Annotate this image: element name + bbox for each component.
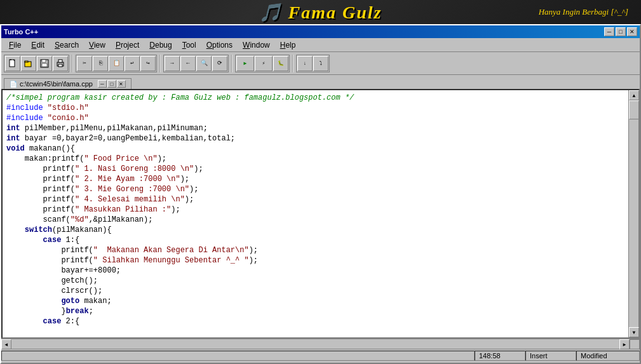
code-line: goto makan; xyxy=(6,296,624,306)
code-line: int pilMember,pilMenu,pilMakanan,pilMinu… xyxy=(6,123,624,133)
code-line: int bayar =0,bayar2=0,uangPembeli,kembal… xyxy=(6,133,624,144)
svg-rect-6 xyxy=(42,60,46,62)
svg-rect-9 xyxy=(58,60,62,62)
scroll-down-button[interactable]: ▼ xyxy=(629,327,639,337)
document-tab[interactable]: 📄 c:\tcwin45\bin\fama.cpp ─ □ ✕ xyxy=(4,78,132,89)
banner-title: 🎵 Fama Gulz xyxy=(259,2,382,23)
doc-minimize[interactable]: ─ xyxy=(98,80,107,88)
status-position: 148:58 xyxy=(475,351,525,361)
editor-area: /*simpel program kasir created by : Fama… xyxy=(1,89,640,339)
scroll-left-button[interactable]: ◄ xyxy=(1,339,11,349)
code-line: printf(" 1. Nasi Goreng :8000 \n"); xyxy=(6,164,624,174)
scroll-right-button[interactable]: ► xyxy=(619,339,630,349)
svg-rect-4 xyxy=(25,61,28,62)
titlebar-buttons: ─ □ ✕ xyxy=(604,27,637,36)
toolbar-outdent[interactable]: ← xyxy=(180,56,196,71)
code-line: /*simpel program kasir created by : Fama… xyxy=(6,93,624,103)
horizontal-scrollbar[interactable]: ◄ ► xyxy=(1,339,640,349)
toolbar-search[interactable]: 🔍 xyxy=(196,56,212,71)
toolbar-replace[interactable]: ⟳ xyxy=(212,56,227,71)
code-line: printf(" Makanan Akan Segera Di Antar\n"… xyxy=(6,245,624,255)
toolbar-save[interactable] xyxy=(37,56,52,71)
code-line: printf(" 2. Mie Ayam :7000 \n"); xyxy=(6,174,624,184)
doc-restore[interactable]: □ xyxy=(107,80,116,88)
toolbar-open[interactable] xyxy=(21,56,36,71)
code-line: printf(" 4. Selesai memilih \n"); xyxy=(6,194,624,205)
main-window: Turbo C++ ─ □ ✕ File Edit Search View Pr… xyxy=(0,24,641,364)
code-line: makan:printf(" Food Price \n"); xyxy=(6,154,624,164)
toolbar-cut[interactable]: ✂ xyxy=(77,56,92,71)
banner: 🎵 Fama Gulz Hanya Ingin Berbagi [^_^] xyxy=(0,0,641,24)
code-line: bayar+=+8000; xyxy=(6,266,624,276)
code-line: case 2:{ xyxy=(6,316,624,327)
toolbar-undo[interactable]: ↩ xyxy=(125,56,140,71)
toolbar-group-2: ✂ ⎘ 📋 ↩ ↪ xyxy=(76,55,157,72)
code-line: void makanan(){ xyxy=(6,144,624,154)
code-line: printf(" Masukkan Pilihan :"); xyxy=(6,205,624,215)
toolbar-copy[interactable]: ⎘ xyxy=(93,56,108,71)
doc-tab-bar: 📄 c:\tcwin45\bin\fama.cpp ─ □ ✕ xyxy=(1,75,640,89)
scroll-thumb[interactable] xyxy=(629,100,639,119)
menu-view[interactable]: View xyxy=(84,39,111,51)
window-title: Turbo C++ xyxy=(4,28,38,36)
code-editor[interactable]: /*simpel program kasir created by : Fama… xyxy=(3,90,628,337)
toolbar: ✂ ⎘ 📋 ↩ ↪ → ← 🔍 ⟳ ▶ ⚡ 🐛 ↓ ⤵ xyxy=(1,52,640,75)
doc-close[interactable]: ✕ xyxy=(117,80,126,88)
code-line: }break; xyxy=(6,306,624,316)
toolbar-over[interactable]: ⤵ xyxy=(313,56,328,71)
menu-help[interactable]: Help xyxy=(275,39,301,51)
titlebar: Turbo C++ ─ □ ✕ xyxy=(1,25,640,38)
toolbar-step[interactable]: ↓ xyxy=(297,56,313,71)
toolbar-new[interactable] xyxy=(5,56,20,71)
menubar: File Edit Search View Project Debug Tool… xyxy=(1,38,640,52)
vertical-scrollbar[interactable]: ▲ ▼ xyxy=(628,90,638,337)
toolbar-group-5: ↓ ⤵ xyxy=(296,55,330,72)
status-main xyxy=(1,351,475,361)
code-line: getch(); xyxy=(6,276,624,286)
code-line: scanf("%d",&pilMakanan); xyxy=(6,215,624,225)
toolbar-indent[interactable]: → xyxy=(165,56,180,71)
minimize-button[interactable]: ─ xyxy=(604,27,614,36)
code-line: case 1:{ xyxy=(6,235,624,245)
toolbar-group-3: → ← 🔍 ⟳ xyxy=(163,55,229,72)
resize-grip xyxy=(630,339,640,349)
menu-search[interactable]: Search xyxy=(50,39,84,51)
menu-edit[interactable]: Edit xyxy=(26,39,50,51)
toolbar-separator-1 xyxy=(72,55,73,72)
code-line: printf(" 3. Mie Goreng :7000 \n"); xyxy=(6,184,624,194)
status-insert: Insert xyxy=(525,351,576,361)
toolbar-debug[interactable]: 🐛 xyxy=(273,56,288,71)
code-line: switch(pilMakanan){ xyxy=(6,225,624,235)
menu-window[interactable]: Window xyxy=(238,39,275,51)
banner-subtitle: Hanya Ingin Berbagi [^_^] xyxy=(539,7,628,17)
toolbar-group-1 xyxy=(4,55,69,72)
menu-tool[interactable]: Tool xyxy=(177,39,201,51)
menu-file[interactable]: File xyxy=(4,39,26,51)
menu-project[interactable]: Project xyxy=(111,39,144,51)
restore-button[interactable]: □ xyxy=(616,27,626,36)
scroll-up-button[interactable]: ▲ xyxy=(629,90,639,100)
toolbar-redo[interactable]: ↪ xyxy=(140,56,156,71)
toolbar-paste[interactable]: 📋 xyxy=(109,56,124,71)
scroll-track[interactable] xyxy=(629,100,638,327)
toolbar-run[interactable]: ⚡ xyxy=(255,56,273,71)
close-button[interactable]: ✕ xyxy=(627,27,637,36)
toolbar-compile[interactable]: ▶ xyxy=(236,56,254,71)
code-line: printf(" Silahkan Menunggu Sebentar ^_^ … xyxy=(6,255,624,266)
scroll-h-track[interactable] xyxy=(11,339,619,349)
statusbar: 148:58 Insert Modified xyxy=(1,349,640,361)
status-modified: Modified xyxy=(576,351,640,361)
code-line: #include "conio.h" xyxy=(6,113,624,123)
menu-debug[interactable]: Debug xyxy=(144,39,177,51)
toolbar-separator-3 xyxy=(231,55,233,72)
doc-tab-title: c:\tcwin45\bin\fama.cpp xyxy=(20,80,93,88)
svg-rect-0 xyxy=(10,60,15,67)
svg-rect-7 xyxy=(42,64,47,67)
code-line: clrscr(); xyxy=(6,286,624,296)
svg-rect-10 xyxy=(58,64,62,67)
toolbar-separator-4 xyxy=(292,55,294,72)
toolbar-print[interactable] xyxy=(53,56,68,71)
doc-tab-icon: 📄 xyxy=(10,81,17,88)
code-line: #include "stdio.h" xyxy=(6,103,624,113)
menu-options[interactable]: Options xyxy=(201,39,238,51)
